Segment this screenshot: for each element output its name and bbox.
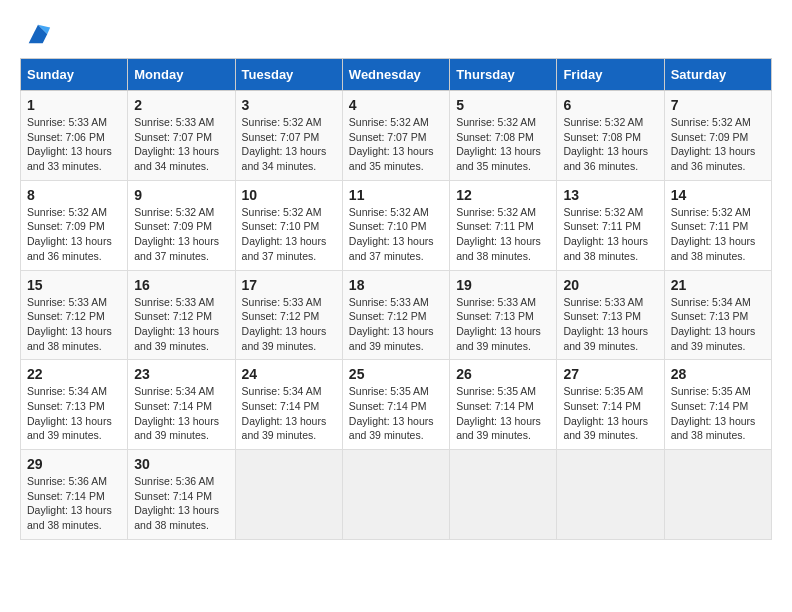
day-cell: 16 Sunrise: 5:33 AM Sunset: 7:12 PM Dayl… — [128, 270, 235, 360]
day-number: 25 — [349, 366, 443, 382]
day-info: Sunrise: 5:32 AM Sunset: 7:09 PM Dayligh… — [134, 205, 228, 264]
day-info: Sunrise: 5:33 AM Sunset: 7:12 PM Dayligh… — [349, 295, 443, 354]
day-info: Sunrise: 5:32 AM Sunset: 7:10 PM Dayligh… — [349, 205, 443, 264]
day-number: 15 — [27, 277, 121, 293]
day-info: Sunrise: 5:34 AM Sunset: 7:14 PM Dayligh… — [134, 384, 228, 443]
day-cell: 19 Sunrise: 5:33 AM Sunset: 7:13 PM Dayl… — [450, 270, 557, 360]
day-info: Sunrise: 5:35 AM Sunset: 7:14 PM Dayligh… — [671, 384, 765, 443]
day-info: Sunrise: 5:34 AM Sunset: 7:14 PM Dayligh… — [242, 384, 336, 443]
day-info: Sunrise: 5:33 AM Sunset: 7:12 PM Dayligh… — [134, 295, 228, 354]
day-info: Sunrise: 5:34 AM Sunset: 7:13 PM Dayligh… — [671, 295, 765, 354]
calendar-header-row: SundayMondayTuesdayWednesdayThursdayFrid… — [21, 59, 772, 91]
col-header-wednesday: Wednesday — [342, 59, 449, 91]
col-header-sunday: Sunday — [21, 59, 128, 91]
day-cell: 24 Sunrise: 5:34 AM Sunset: 7:14 PM Dayl… — [235, 360, 342, 450]
day-number: 26 — [456, 366, 550, 382]
empty-day-cell — [450, 450, 557, 540]
day-info: Sunrise: 5:32 AM Sunset: 7:07 PM Dayligh… — [349, 115, 443, 174]
day-cell: 8 Sunrise: 5:32 AM Sunset: 7:09 PM Dayli… — [21, 180, 128, 270]
day-cell: 22 Sunrise: 5:34 AM Sunset: 7:13 PM Dayl… — [21, 360, 128, 450]
logo-icon — [24, 20, 52, 48]
day-info: Sunrise: 5:33 AM Sunset: 7:07 PM Dayligh… — [134, 115, 228, 174]
day-cell: 30 Sunrise: 5:36 AM Sunset: 7:14 PM Dayl… — [128, 450, 235, 540]
day-number: 4 — [349, 97, 443, 113]
day-cell: 21 Sunrise: 5:34 AM Sunset: 7:13 PM Dayl… — [664, 270, 771, 360]
day-cell: 15 Sunrise: 5:33 AM Sunset: 7:12 PM Dayl… — [21, 270, 128, 360]
day-cell: 20 Sunrise: 5:33 AM Sunset: 7:13 PM Dayl… — [557, 270, 664, 360]
day-number: 23 — [134, 366, 228, 382]
day-cell: 5 Sunrise: 5:32 AM Sunset: 7:08 PM Dayli… — [450, 91, 557, 181]
day-number: 24 — [242, 366, 336, 382]
day-info: Sunrise: 5:33 AM Sunset: 7:06 PM Dayligh… — [27, 115, 121, 174]
day-cell: 27 Sunrise: 5:35 AM Sunset: 7:14 PM Dayl… — [557, 360, 664, 450]
day-number: 12 — [456, 187, 550, 203]
day-number: 5 — [456, 97, 550, 113]
day-info: Sunrise: 5:33 AM Sunset: 7:13 PM Dayligh… — [456, 295, 550, 354]
day-number: 9 — [134, 187, 228, 203]
day-info: Sunrise: 5:32 AM Sunset: 7:08 PM Dayligh… — [563, 115, 657, 174]
day-number: 7 — [671, 97, 765, 113]
day-number: 19 — [456, 277, 550, 293]
col-header-saturday: Saturday — [664, 59, 771, 91]
empty-day-cell — [557, 450, 664, 540]
empty-day-cell — [342, 450, 449, 540]
day-cell: 13 Sunrise: 5:32 AM Sunset: 7:11 PM Dayl… — [557, 180, 664, 270]
day-info: Sunrise: 5:32 AM Sunset: 7:07 PM Dayligh… — [242, 115, 336, 174]
day-cell: 14 Sunrise: 5:32 AM Sunset: 7:11 PM Dayl… — [664, 180, 771, 270]
day-number: 6 — [563, 97, 657, 113]
day-cell: 23 Sunrise: 5:34 AM Sunset: 7:14 PM Dayl… — [128, 360, 235, 450]
day-number: 16 — [134, 277, 228, 293]
day-info: Sunrise: 5:32 AM Sunset: 7:10 PM Dayligh… — [242, 205, 336, 264]
empty-day-cell — [235, 450, 342, 540]
day-cell: 9 Sunrise: 5:32 AM Sunset: 7:09 PM Dayli… — [128, 180, 235, 270]
day-info: Sunrise: 5:32 AM Sunset: 7:08 PM Dayligh… — [456, 115, 550, 174]
day-cell: 3 Sunrise: 5:32 AM Sunset: 7:07 PM Dayli… — [235, 91, 342, 181]
day-cell: 6 Sunrise: 5:32 AM Sunset: 7:08 PM Dayli… — [557, 91, 664, 181]
day-info: Sunrise: 5:35 AM Sunset: 7:14 PM Dayligh… — [563, 384, 657, 443]
day-info: Sunrise: 5:33 AM Sunset: 7:13 PM Dayligh… — [563, 295, 657, 354]
day-info: Sunrise: 5:33 AM Sunset: 7:12 PM Dayligh… — [242, 295, 336, 354]
col-header-friday: Friday — [557, 59, 664, 91]
day-number: 14 — [671, 187, 765, 203]
calendar-week-row: 8 Sunrise: 5:32 AM Sunset: 7:09 PM Dayli… — [21, 180, 772, 270]
day-info: Sunrise: 5:36 AM Sunset: 7:14 PM Dayligh… — [134, 474, 228, 533]
day-info: Sunrise: 5:32 AM Sunset: 7:09 PM Dayligh… — [671, 115, 765, 174]
day-cell: 11 Sunrise: 5:32 AM Sunset: 7:10 PM Dayl… — [342, 180, 449, 270]
col-header-tuesday: Tuesday — [235, 59, 342, 91]
day-cell: 12 Sunrise: 5:32 AM Sunset: 7:11 PM Dayl… — [450, 180, 557, 270]
day-info: Sunrise: 5:36 AM Sunset: 7:14 PM Dayligh… — [27, 474, 121, 533]
day-info: Sunrise: 5:32 AM Sunset: 7:11 PM Dayligh… — [671, 205, 765, 264]
day-number: 10 — [242, 187, 336, 203]
day-info: Sunrise: 5:32 AM Sunset: 7:11 PM Dayligh… — [456, 205, 550, 264]
day-cell: 1 Sunrise: 5:33 AM Sunset: 7:06 PM Dayli… — [21, 91, 128, 181]
day-number: 11 — [349, 187, 443, 203]
calendar-table: SundayMondayTuesdayWednesdayThursdayFrid… — [20, 58, 772, 540]
day-number: 3 — [242, 97, 336, 113]
day-cell: 28 Sunrise: 5:35 AM Sunset: 7:14 PM Dayl… — [664, 360, 771, 450]
day-number: 28 — [671, 366, 765, 382]
logo — [20, 20, 52, 48]
day-number: 17 — [242, 277, 336, 293]
day-info: Sunrise: 5:33 AM Sunset: 7:12 PM Dayligh… — [27, 295, 121, 354]
day-number: 13 — [563, 187, 657, 203]
calendar-week-row: 29 Sunrise: 5:36 AM Sunset: 7:14 PM Dayl… — [21, 450, 772, 540]
day-number: 29 — [27, 456, 121, 472]
day-number: 30 — [134, 456, 228, 472]
day-cell: 2 Sunrise: 5:33 AM Sunset: 7:07 PM Dayli… — [128, 91, 235, 181]
day-info: Sunrise: 5:35 AM Sunset: 7:14 PM Dayligh… — [456, 384, 550, 443]
day-cell: 18 Sunrise: 5:33 AM Sunset: 7:12 PM Dayl… — [342, 270, 449, 360]
day-number: 2 — [134, 97, 228, 113]
day-info: Sunrise: 5:32 AM Sunset: 7:11 PM Dayligh… — [563, 205, 657, 264]
day-number: 1 — [27, 97, 121, 113]
col-header-monday: Monday — [128, 59, 235, 91]
day-cell: 17 Sunrise: 5:33 AM Sunset: 7:12 PM Dayl… — [235, 270, 342, 360]
day-info: Sunrise: 5:34 AM Sunset: 7:13 PM Dayligh… — [27, 384, 121, 443]
day-number: 22 — [27, 366, 121, 382]
day-cell: 25 Sunrise: 5:35 AM Sunset: 7:14 PM Dayl… — [342, 360, 449, 450]
day-number: 21 — [671, 277, 765, 293]
empty-day-cell — [664, 450, 771, 540]
day-cell: 4 Sunrise: 5:32 AM Sunset: 7:07 PM Dayli… — [342, 91, 449, 181]
page-header — [20, 20, 772, 48]
day-number: 20 — [563, 277, 657, 293]
day-number: 27 — [563, 366, 657, 382]
